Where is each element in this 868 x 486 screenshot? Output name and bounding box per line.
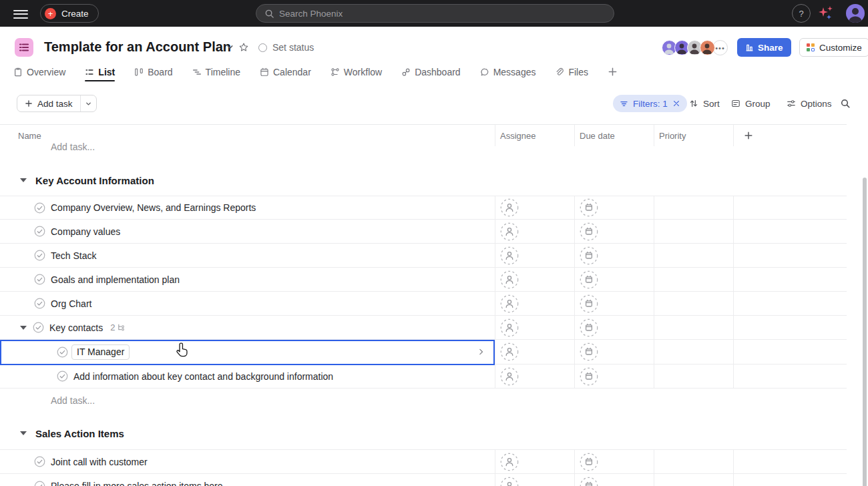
tab-add-view[interactable] xyxy=(608,63,618,81)
search-tasks-button[interactable] xyxy=(840,95,851,112)
priority-cell[interactable] xyxy=(654,364,733,388)
subtasks-collapse-icon[interactable] xyxy=(20,326,27,330)
task-check-icon[interactable] xyxy=(34,202,45,214)
tab-dashboard[interactable]: Dashboard xyxy=(401,63,461,81)
tab-files[interactable]: Files xyxy=(555,63,588,81)
priority-cell[interactable] xyxy=(654,340,733,364)
assignee-cell[interactable] xyxy=(495,316,574,339)
priority-cell[interactable] xyxy=(654,196,733,219)
task-row[interactable]: Company Overview, News, and Earnings Rep… xyxy=(0,196,847,220)
list-type-icon[interactable] xyxy=(15,38,33,57)
task-row[interactable]: Company values xyxy=(0,220,847,244)
assignee-cell[interactable] xyxy=(495,268,574,291)
vertical-scrollbar[interactable] xyxy=(863,178,867,486)
priority-cell[interactable] xyxy=(654,474,733,486)
task-check-icon[interactable] xyxy=(34,456,45,467)
user-avatar[interactable] xyxy=(846,4,865,23)
task-title[interactable]: Company Overview, News, and Earnings Rep… xyxy=(51,202,256,213)
task-row-key-contacts[interactable]: Key contacts 2 xyxy=(0,316,847,340)
tab-list[interactable]: List xyxy=(85,63,115,81)
favorite-star-icon[interactable] xyxy=(238,42,249,53)
section-collapse-icon[interactable] xyxy=(20,431,27,435)
tab-calendar[interactable]: Calendar xyxy=(260,63,311,81)
add-task-button[interactable]: Add task xyxy=(17,95,80,111)
add-task-row[interactable]: Add task... xyxy=(51,142,95,152)
assignee-cell[interactable] xyxy=(495,220,574,243)
task-check-icon[interactable] xyxy=(34,481,45,486)
task-row[interactable]: Tech Stack xyxy=(0,244,847,268)
clear-filters-icon[interactable] xyxy=(672,99,680,107)
assignee-cell[interactable] xyxy=(495,196,574,219)
priority-cell[interactable] xyxy=(654,220,733,243)
sort-button[interactable]: Sort xyxy=(689,95,720,112)
section-collapse-icon[interactable] xyxy=(20,178,27,182)
member-avatar-stack[interactable]: ••• xyxy=(662,40,728,55)
priority-cell[interactable] xyxy=(654,244,733,267)
task-title[interactable]: Company values xyxy=(51,226,120,237)
task-title[interactable]: Joint call with customer xyxy=(51,457,148,467)
assignee-cell[interactable] xyxy=(495,340,574,364)
task-title[interactable]: Add information about key contact and ba… xyxy=(73,371,333,382)
task-check-icon[interactable] xyxy=(34,250,45,261)
tab-timeline[interactable]: Timeline xyxy=(192,63,240,81)
due-date-cell[interactable] xyxy=(574,474,654,486)
tab-workflow[interactable]: Workflow xyxy=(331,63,382,81)
add-task-row[interactable]: Add task... xyxy=(0,389,847,413)
column-header-due-date[interactable]: Due date xyxy=(574,125,654,146)
task-row[interactable]: Add information about key contact and ba… xyxy=(0,364,847,389)
task-check-icon[interactable] xyxy=(33,322,44,333)
tab-board[interactable]: Board xyxy=(134,63,172,81)
tab-messages[interactable]: Messages xyxy=(480,63,536,81)
due-date-cell[interactable] xyxy=(574,364,654,388)
group-button[interactable]: Group xyxy=(731,95,771,112)
add-task-label[interactable]: Add task... xyxy=(51,395,95,406)
task-title[interactable]: Key contacts xyxy=(49,322,103,333)
share-button[interactable]: Share xyxy=(737,38,791,57)
task-row[interactable]: Please fill in more sales action items h… xyxy=(0,474,847,486)
task-check-icon[interactable] xyxy=(57,371,68,382)
due-date-cell[interactable] xyxy=(574,244,654,267)
task-row[interactable]: Joint call with customer xyxy=(0,449,847,474)
assignee-cell[interactable] xyxy=(495,292,574,315)
task-row[interactable]: Goals and implementation plan xyxy=(0,268,847,292)
create-button[interactable]: + Create xyxy=(40,4,99,23)
title-chevron-down-icon[interactable] xyxy=(226,43,234,51)
hamburger-menu-icon[interactable] xyxy=(13,7,28,19)
column-header-priority[interactable]: Priority xyxy=(654,125,733,146)
task-title[interactable]: Please fill in more sales action items h… xyxy=(51,481,223,486)
due-date-cell[interactable] xyxy=(574,292,654,315)
customize-button[interactable]: Customize xyxy=(799,38,868,57)
priority-cell[interactable] xyxy=(654,316,733,339)
task-row-it-manager-selected[interactable]: IT Manager xyxy=(0,340,847,364)
due-date-cell[interactable] xyxy=(574,340,654,364)
set-status-button[interactable]: Set status xyxy=(258,42,314,53)
task-title[interactable]: Org Chart xyxy=(51,298,91,309)
assignee-cell[interactable] xyxy=(495,364,574,388)
sparkles-icon[interactable] xyxy=(817,5,835,21)
task-check-icon[interactable] xyxy=(34,298,45,309)
due-date-cell[interactable] xyxy=(574,220,654,243)
avatar[interactable] xyxy=(700,40,715,55)
tab-overview[interactable]: Overview xyxy=(13,63,65,81)
due-date-cell[interactable] xyxy=(574,450,654,473)
assignee-cell[interactable] xyxy=(495,450,574,473)
global-search-input[interactable]: Search Phoenix xyxy=(256,4,614,23)
add-column-button[interactable] xyxy=(733,125,847,146)
task-check-icon[interactable] xyxy=(34,226,45,237)
priority-cell[interactable] xyxy=(654,268,733,291)
priority-cell[interactable] xyxy=(654,292,733,315)
assignee-cell[interactable] xyxy=(495,474,574,486)
options-button[interactable]: Options xyxy=(787,95,832,112)
due-date-cell[interactable] xyxy=(574,196,654,219)
task-check-icon[interactable] xyxy=(34,274,45,285)
open-task-chevron-icon[interactable] xyxy=(477,348,485,356)
assignee-cell[interactable] xyxy=(495,244,574,267)
due-date-cell[interactable] xyxy=(574,316,654,339)
task-check-icon[interactable] xyxy=(57,346,68,358)
column-header-assignee[interactable]: Assignee xyxy=(495,125,574,146)
task-title[interactable]: Goals and implementation plan xyxy=(51,274,180,285)
task-title[interactable]: Tech Stack xyxy=(51,250,96,261)
task-title-edit-field[interactable]: IT Manager xyxy=(71,344,130,360)
add-task-dropdown-button[interactable] xyxy=(80,95,96,111)
due-date-cell[interactable] xyxy=(574,268,654,291)
